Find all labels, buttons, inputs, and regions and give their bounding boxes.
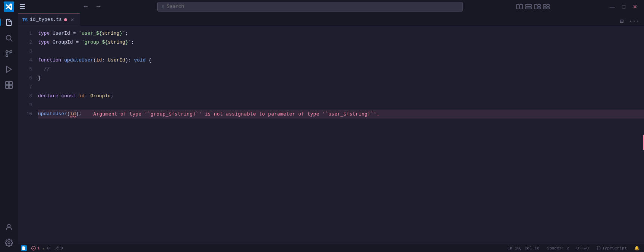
- status-bar-right: Ln 10, Col 16 Spaces: 2 UTF-8 {}TypeScri…: [506, 246, 641, 251]
- title-bar-left: ☰: [4, 1, 27, 12]
- git-branch-text: 0: [60, 246, 63, 251]
- svg-rect-9: [543, 7, 546, 9]
- svg-line-12: [10, 40, 12, 41]
- code-editor[interactable]: 1 2 3 4 5 6 7 8 9 10 type UserId = `user…: [18, 26, 644, 244]
- more-actions-button[interactable]: ···: [627, 17, 641, 25]
- tab-id-types[interactable]: TS id_types.ts ✕: [18, 13, 80, 26]
- language-mode[interactable]: {}TypeScript: [595, 246, 628, 251]
- activity-bar: [0, 13, 18, 252]
- svg-rect-1: [520, 4, 523, 9]
- hamburger-menu[interactable]: ☰: [18, 1, 27, 12]
- nav-buttons: ← →: [80, 2, 104, 11]
- title-bar: ☰ ← → ⌕ — □ ✕: [0, 0, 644, 13]
- svg-rect-5: [538, 4, 540, 6]
- svg-point-22: [8, 242, 10, 244]
- layout-icon-1[interactable]: [516, 4, 523, 9]
- settings-activity-icon[interactable]: [3, 236, 15, 249]
- keyword-type: type: [38, 29, 50, 38]
- vscode-remote-icon[interactable]: [21, 245, 27, 251]
- minimize-button[interactable]: —: [607, 2, 618, 11]
- status-bar: ✕ 1 ⚠ 0 ⎇ 0 Ln 10, Col 16 Spaces: 2 UTF-…: [18, 244, 644, 252]
- maximize-button[interactable]: □: [619, 2, 628, 11]
- error-token: id: [70, 110, 76, 119]
- back-button[interactable]: ←: [80, 2, 91, 11]
- svg-rect-3: [525, 7, 531, 9]
- warning-count-text: 0: [47, 246, 50, 251]
- code-line-1: type UserId = `user_${string}`;: [38, 29, 644, 38]
- keyword-type: type: [38, 38, 50, 47]
- svg-rect-17: [6, 82, 9, 85]
- code-line-7: [38, 83, 644, 92]
- editor-area: TS id_types.ts ✕ ⊟ ··· 1 2 3 4 5 6 7 8 9: [18, 13, 644, 252]
- svg-rect-7: [543, 4, 546, 6]
- language-icon: {}: [596, 246, 601, 251]
- indentation[interactable]: Spaces: 2: [545, 246, 570, 251]
- files-activity-icon[interactable]: [3, 16, 15, 29]
- svg-point-14: [6, 55, 8, 57]
- svg-marker-16: [7, 66, 12, 73]
- keyword-function: function: [38, 56, 61, 65]
- tab-close-button[interactable]: ✕: [69, 17, 75, 23]
- svg-rect-20: [9, 85, 12, 88]
- encoding[interactable]: UTF-8: [575, 246, 590, 251]
- search-icon: ⌕: [161, 3, 164, 10]
- error-count[interactable]: ✕ 1 ⚠ 0: [31, 246, 50, 251]
- layout-icon-3[interactable]: [534, 4, 541, 9]
- layout-icon-2[interactable]: [525, 4, 532, 9]
- main-layout: TS id_types.ts ✕ ⊟ ··· 1 2 3 4 5 6 7 8 9: [0, 13, 644, 252]
- status-bar-left: ✕ 1 ⚠ 0 ⎇ 0: [21, 245, 63, 251]
- code-line-5: //: [38, 65, 644, 74]
- git-status[interactable]: ⎇ 0: [54, 246, 63, 251]
- code-line-10: updateUser(id); Argument of type '`group…: [38, 110, 644, 119]
- run-debug-activity-icon[interactable]: [3, 63, 15, 76]
- split-editor-button[interactable]: ⊟: [619, 17, 625, 26]
- notifications-icon[interactable]: 🔔: [633, 246, 641, 251]
- svg-rect-4: [534, 4, 537, 9]
- code-line-3: [38, 47, 644, 56]
- line-numbers: 1 2 3 4 5 6 7 8 9 10: [18, 26, 37, 244]
- title-bar-right: — □ ✕: [607, 2, 640, 11]
- search-input[interactable]: [167, 4, 459, 9]
- svg-rect-6: [538, 7, 540, 9]
- svg-rect-10: [547, 7, 549, 9]
- forward-button[interactable]: →: [93, 2, 104, 11]
- code-line-8: declare const id: GroupId;: [38, 92, 644, 101]
- git-icon: ⎇: [54, 246, 59, 251]
- svg-rect-0: [517, 4, 519, 9]
- svg-text:✕: ✕: [33, 247, 35, 250]
- code-line-9: [38, 101, 644, 110]
- svg-rect-2: [525, 4, 531, 6]
- ts-file-icon: TS: [22, 18, 28, 22]
- tab-bar: TS id_types.ts ✕ ⊟ ···: [18, 13, 644, 26]
- layout-icons: [516, 4, 550, 9]
- code-content[interactable]: type UserId = `user_${string}`; type Gro…: [37, 26, 644, 244]
- close-button[interactable]: ✕: [630, 2, 640, 11]
- search-bar[interactable]: ⌕: [157, 2, 463, 12]
- svg-text:⚠: ⚠: [42, 247, 44, 250]
- svg-point-11: [6, 35, 11, 40]
- extensions-activity-icon[interactable]: [3, 79, 15, 91]
- svg-point-13: [6, 51, 8, 53]
- code-line-4: function updateUser(id: UserId): void {: [38, 56, 644, 65]
- svg-rect-19: [6, 85, 9, 88]
- svg-point-21: [7, 224, 10, 227]
- tab-label: id_types.ts: [30, 17, 62, 22]
- tab-dirty-indicator: [64, 18, 67, 21]
- tab-bar-actions: ⊟ ···: [616, 17, 644, 26]
- code-line-6: }: [38, 74, 644, 83]
- search-activity-icon[interactable]: [3, 32, 15, 44]
- code-line-2: type GroupId = `group_${string}`;: [38, 38, 644, 47]
- vscode-logo: [4, 1, 14, 12]
- cursor-position[interactable]: Ln 10, Col 16: [506, 246, 541, 251]
- source-control-activity-icon[interactable]: [3, 47, 15, 60]
- layout-icon-4[interactable]: [543, 4, 550, 9]
- error-count-text: 1: [37, 246, 40, 251]
- account-activity-icon[interactable]: [3, 221, 15, 233]
- svg-rect-18: [9, 82, 12, 85]
- svg-rect-8: [547, 4, 549, 6]
